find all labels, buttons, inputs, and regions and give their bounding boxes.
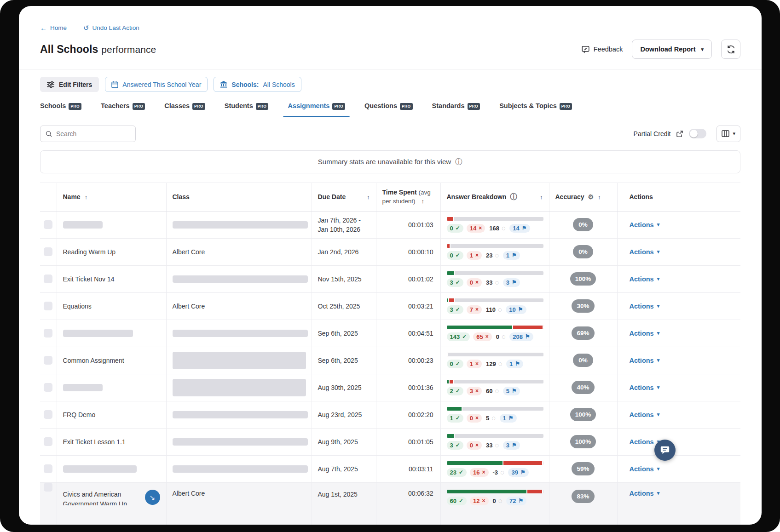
- row-checkbox[interactable]: [44, 437, 52, 446]
- chat-launcher-button[interactable]: [654, 440, 676, 461]
- due-date-column-header[interactable]: Due Date↑: [312, 183, 376, 211]
- row-checkbox[interactable]: [44, 464, 52, 473]
- download-report-button[interactable]: Download Report ▾: [632, 40, 712, 59]
- assignment-name[interactable]: Common Assignment: [63, 357, 124, 364]
- row-checkbox[interactable]: [44, 383, 52, 392]
- row-actions-button[interactable]: Actions ▾: [630, 303, 660, 310]
- open-assignment-icon[interactable]: ↘: [145, 490, 160, 505]
- row-checkbox[interactable]: [44, 329, 52, 338]
- row-actions-button[interactable]: Actions ▾: [630, 384, 660, 391]
- row-checkbox[interactable]: [44, 247, 52, 256]
- table-row: Exit Ticket Lesson 1.1 Aug 9th, 2025 00:…: [40, 428, 740, 455]
- gear-icon[interactable]: ⚙: [588, 193, 594, 200]
- feedback-label: Feedback: [594, 46, 623, 53]
- time-spent-column-header[interactable]: Time Spent (avg per student) ↑: [376, 183, 440, 211]
- external-link-icon[interactable]: [676, 131, 683, 137]
- assignment-name[interactable]: Civics and American Government Warm Up: [63, 490, 139, 505]
- row-checkbox[interactable]: [44, 356, 52, 365]
- incorrect-count: 3×: [467, 387, 482, 395]
- table-row: Civics and American Government Warm Up ↘…: [40, 482, 740, 525]
- time-spent: 00:01:05: [408, 438, 433, 446]
- accuracy-badge: 0%: [573, 245, 593, 258]
- search-input[interactable]: [56, 130, 130, 137]
- tab-questions[interactable]: Questions PRO: [364, 102, 413, 117]
- toggle-knob: [690, 130, 698, 137]
- row-checkbox[interactable]: [44, 275, 52, 283]
- row-checkbox[interactable]: [44, 483, 52, 492]
- info-icon[interactable]: ⓘ: [455, 158, 462, 166]
- chevron-down-icon: ▾: [657, 276, 660, 281]
- refresh-button[interactable]: [721, 40, 740, 59]
- bar-incorrect-segment: [450, 380, 454, 383]
- feedback-button[interactable]: Feedback: [582, 46, 623, 53]
- due-date: Aug 30th, 2025: [318, 384, 362, 391]
- sort-up-icon[interactable]: ↑: [367, 194, 370, 200]
- chevron-down-icon: ▾: [657, 303, 660, 309]
- assignment-name[interactable]: Reading Warm Up: [63, 248, 116, 256]
- home-link[interactable]: ← Home: [40, 24, 67, 31]
- chevron-down-icon: ▾: [701, 47, 704, 52]
- answer-breakdown-bar: [447, 326, 543, 329]
- sort-up-icon[interactable]: ↑: [598, 194, 601, 200]
- row-actions-button[interactable]: Actions ▾: [630, 465, 660, 473]
- row-checkbox[interactable]: [44, 220, 52, 229]
- sort-up-icon[interactable]: ↑: [421, 198, 424, 205]
- row-actions-button[interactable]: Actions ▾: [630, 330, 660, 337]
- accuracy-badge: 0%: [573, 354, 593, 367]
- sort-up-icon[interactable]: ↑: [85, 194, 88, 200]
- row-actions-label: Actions: [630, 411, 654, 418]
- sort-up-icon[interactable]: ↑: [540, 194, 543, 200]
- incorrect-count: 12×: [470, 497, 488, 505]
- tab-students[interactable]: Students PRO: [225, 102, 269, 117]
- tab-assignments[interactable]: Assignments PRO: [288, 102, 345, 117]
- undo-last-action-link[interactable]: ↺ Undo Last Action: [83, 24, 139, 31]
- assignment-name[interactable]: Exit Ticket Lesson 1.1: [63, 438, 126, 446]
- edit-filters-button[interactable]: Edit Filters: [40, 77, 99, 92]
- row-checkbox[interactable]: [44, 410, 52, 419]
- row-actions-button[interactable]: Actions ▾: [630, 275, 660, 283]
- column-picker-button[interactable]: ▾: [716, 126, 740, 142]
- correct-count: 60✓: [447, 497, 467, 505]
- table-body: Jan 7th, 2026 - Jan 10th, 2026 00:01:03 …: [40, 211, 740, 525]
- answer-breakdown-column-header[interactable]: Answer Breakdownⓘ↑: [440, 183, 549, 211]
- chevron-down-icon: ▾: [733, 131, 735, 136]
- time-spent: 00:01:36: [408, 384, 433, 391]
- row-actions-button[interactable]: Actions ▾: [630, 438, 660, 446]
- correct-count: 3✓: [447, 278, 463, 287]
- assignment-name[interactable]: FRQ Demo: [63, 411, 96, 418]
- partial-credit-toggle[interactable]: [689, 129, 706, 138]
- tab-schools[interactable]: Schools PRO: [40, 102, 81, 117]
- row-checkbox[interactable]: [44, 302, 52, 310]
- tabs-bar: Schools PRO Teachers PRO Classes PRO Stu…: [19, 102, 762, 117]
- flag-icon: ⚑: [512, 252, 517, 258]
- answer-breakdown-bar: [447, 434, 543, 438]
- info-icon[interactable]: ⓘ: [510, 193, 517, 200]
- tab-classes[interactable]: Classes PRO: [164, 102, 205, 117]
- time-spent: 00:06:32: [408, 490, 433, 497]
- calendar-icon: [111, 81, 118, 88]
- x-icon: ×: [475, 252, 479, 258]
- tab-teachers[interactable]: Teachers PRO: [101, 102, 145, 117]
- row-actions-button[interactable]: Actions ▾: [630, 221, 660, 229]
- name-column-header[interactable]: Name↑: [57, 183, 166, 211]
- schools-chip-value: All Schools: [263, 81, 295, 88]
- row-actions-button[interactable]: Actions ▾: [630, 357, 660, 364]
- dashed-circle-icon: ◌: [502, 225, 505, 231]
- schools-filter-chip[interactable]: Schools: All Schools: [214, 77, 301, 92]
- tab-subjects-topics[interactable]: Subjects & Topics PRO: [499, 102, 572, 117]
- assignment-name[interactable]: Equations: [63, 303, 92, 310]
- flag-icon: ⚑: [512, 280, 517, 285]
- assignment-name[interactable]: Exit Ticket Nov 14: [63, 275, 115, 283]
- row-actions-button[interactable]: Actions ▾: [630, 411, 660, 418]
- row-actions-label: Actions: [630, 490, 654, 497]
- accuracy-column-header[interactable]: Accuracy⚙↑: [549, 183, 617, 211]
- name-header-label: Name: [63, 193, 81, 200]
- tab-label: Subjects & Topics: [499, 102, 557, 109]
- search-box[interactable]: [40, 126, 136, 142]
- answered-this-school-year-chip[interactable]: Answered This School Year: [105, 77, 208, 92]
- row-actions-button[interactable]: Actions ▾: [630, 490, 660, 497]
- tab-standards[interactable]: Standards PRO: [432, 102, 480, 117]
- x-icon: ×: [482, 498, 485, 503]
- check-icon: ✓: [456, 361, 460, 366]
- row-actions-button[interactable]: Actions ▾: [630, 248, 660, 256]
